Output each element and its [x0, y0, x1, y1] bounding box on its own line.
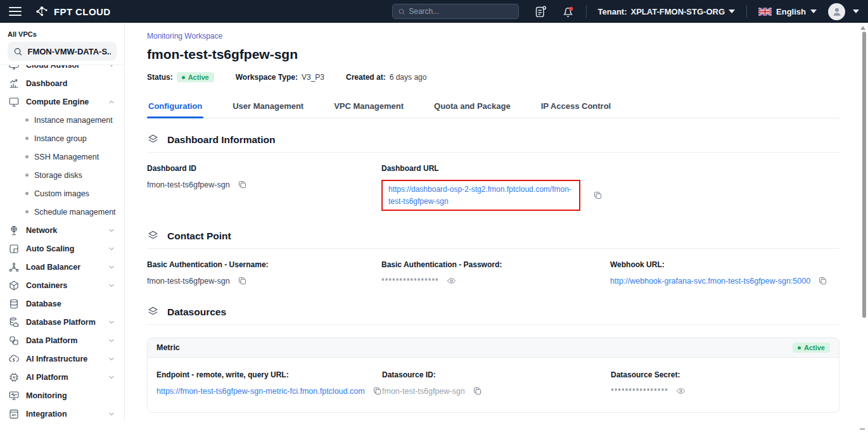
sidebar-item-label: Containers: [26, 281, 67, 290]
password-label: Basic Authentication - Password:: [381, 260, 610, 269]
chevron-down-icon: [810, 9, 817, 13]
datasource-secret-masked: ****************: [611, 387, 668, 396]
chevron-down-icon: [108, 65, 115, 69]
sidebar-item-schedule-management[interactable]: Schedule management: [0, 203, 124, 221]
sidebar-item-auto-scaling[interactable]: Auto Scaling: [0, 239, 124, 258]
account-menu-chevron-icon[interactable]: [853, 9, 859, 13]
field-basic-auth-password: Basic Authentication - Password: *******…: [381, 260, 610, 286]
field-dashboard-id: Dashboard ID fmon-test-ts6gfpew-sgn: [147, 164, 381, 189]
bullet-icon: [25, 137, 29, 140]
user-avatar[interactable]: [828, 3, 845, 20]
global-search[interactable]: [392, 4, 519, 19]
tenant-selector[interactable]: Tenant: XPLAT-FMON-STG-ORG: [598, 7, 736, 16]
sidebar-item-ssh-management[interactable]: SSH Management: [0, 148, 124, 166]
brand-logo[interactable]: FPT CLOUD: [34, 4, 110, 19]
menu-icon[interactable]: [9, 7, 22, 16]
section-title: Datasources: [167, 306, 226, 318]
webhook-url-link[interactable]: http://webhook-grafana-svc.fmon-test-ts6…: [610, 277, 810, 286]
ai-platform-icon: AI: [8, 372, 20, 383]
bullet-icon: [25, 210, 29, 213]
datasource-id-label: Datasource ID:: [382, 370, 611, 379]
bullet-icon: [25, 192, 29, 195]
sidebar-item-label: Instance group: [34, 134, 87, 143]
sidebar-item-network[interactable]: Network: [0, 221, 124, 239]
sidebar-item-storage-disks[interactable]: Storage disks: [0, 166, 124, 184]
sidebar-item-database-platform[interactable]: Database Platform: [0, 313, 124, 331]
language-selector[interactable]: English: [758, 7, 817, 16]
user-icon: [831, 6, 843, 17]
copy-icon[interactable]: [238, 180, 247, 189]
copy-icon[interactable]: [593, 191, 603, 200]
chevron-down-icon: [108, 263, 115, 271]
status-badge: Active: [793, 343, 830, 353]
release-notes-icon[interactable]: [534, 5, 547, 18]
show-password-eye-icon[interactable]: [447, 276, 456, 286]
containers-icon: [8, 280, 20, 291]
sidebar-item-dashboard[interactable]: Dashboard: [0, 74, 124, 92]
network-icon: [8, 225, 20, 236]
section-title: Dashboard Information: [167, 134, 276, 146]
ai-infrastructure-icon: [8, 353, 20, 365]
cloud-advisor-icon: [8, 65, 20, 71]
breadcrumb[interactable]: Monitoring Workspace: [147, 32, 839, 41]
database-platform-icon: [8, 317, 20, 328]
field-metric-secret: Datasource Secret: ****************: [611, 370, 830, 396]
sidebar-item-instance-management[interactable]: Instance management: [0, 111, 124, 129]
tab-user-management[interactable]: User Management: [231, 98, 305, 118]
integration-icon: API: [8, 408, 20, 420]
sidebar-item-database[interactable]: Database: [0, 294, 124, 313]
copy-icon[interactable]: [238, 276, 247, 286]
created-at-label: Created at:: [346, 73, 386, 82]
sidebar-item-monitoring[interactable]: Monitoring: [0, 386, 124, 405]
sidebar: All VPCs FMON-VMW-DATA-S... Cloud Adviso…: [0, 23, 125, 420]
sidebar-item-label: Instance management: [34, 116, 113, 125]
workspace-meta: Status: Active Workspace Type: V3_P3 Cre…: [147, 72, 839, 82]
sidebar-item-containers[interactable]: Containers: [0, 276, 124, 294]
tab-configuration[interactable]: Configuration: [147, 98, 203, 118]
sidebar-item-compute-engine[interactable]: Compute Engine: [0, 92, 124, 111]
vpc-selector-value: FMON-VMW-DATA-S...: [27, 47, 111, 56]
workspace-type-label: Workspace Type:: [236, 73, 298, 82]
sidebar-item-ai-infrastructure[interactable]: AI Infrastructure: [0, 349, 124, 368]
scrollbar-thumb[interactable]: [862, 32, 866, 318]
tab-vpc-management[interactable]: VPC Management: [333, 98, 405, 118]
status-dot-icon: [182, 76, 185, 79]
chevron-down-icon: [108, 355, 115, 363]
dashboard-id-label: Dashboard ID: [147, 164, 381, 173]
divider: [746, 5, 747, 18]
search-input[interactable]: [409, 7, 513, 16]
status-label: Status:: [147, 73, 173, 82]
sidebar-item-load-balancer[interactable]: Load Balancer: [0, 258, 124, 276]
field-metric-datasource-id: Datasource ID: fmon-test-ts6gfpew-sgn: [382, 370, 611, 396]
data-platform-icon: [8, 335, 20, 346]
sidebar-item-ai-platform[interactable]: AI AI Platform: [0, 368, 124, 386]
dashboard-id-value: fmon-test-ts6gfpew-sgn: [147, 180, 230, 189]
metric-endpoint-link[interactable]: https://fmon-test-ts6gfpew-sgn-metric-fc…: [156, 387, 365, 396]
vpc-selector[interactable]: FMON-VMW-DATA-S...: [8, 42, 117, 61]
sidebar-item-data-platform[interactable]: Data Platform: [0, 331, 124, 349]
notifications-bell-icon[interactable]: [561, 5, 575, 18]
brand-text: FPT CLOUD: [54, 6, 110, 17]
show-secret-eye-icon[interactable]: [676, 386, 686, 396]
scrollbar-up-arrow[interactable]: [860, 26, 865, 30]
sidebar-item-integration[interactable]: API Integration: [0, 405, 124, 420]
section-dashboard-information: Dashboard Information Dashboard ID fmon-…: [147, 134, 839, 211]
field-dashboard-url: Dashboard URL https://dashboard-osp-2-st…: [381, 164, 839, 211]
username-label: Basic Authentication - Username:: [147, 260, 381, 269]
copy-icon[interactable]: [473, 386, 482, 396]
dashboard-url-link[interactable]: https://dashboard-osp-2-stg2.fmon.fptclo…: [388, 185, 571, 206]
copy-icon[interactable]: [818, 276, 827, 286]
svg-text:AI: AI: [13, 375, 16, 379]
sidebar-item-cloud-advisor[interactable]: Cloud Advisor: [0, 65, 124, 74]
datasource-secret-label: Datasource Secret:: [611, 370, 830, 379]
svg-text:API: API: [12, 413, 16, 417]
sidebar-item-custom-images[interactable]: Custom images: [0, 184, 124, 203]
tab-quota-and-package[interactable]: Quota and Package: [433, 98, 512, 118]
sidebar-item-instance-group[interactable]: Instance group: [0, 129, 124, 148]
divider: [147, 248, 839, 249]
chevron-down-icon: [108, 374, 115, 381]
copy-icon[interactable]: [373, 386, 382, 396]
chevron-down-icon: [108, 227, 115, 234]
layers-icon: [147, 230, 159, 242]
tab-ip-access-control[interactable]: IP Access Control: [540, 98, 613, 118]
